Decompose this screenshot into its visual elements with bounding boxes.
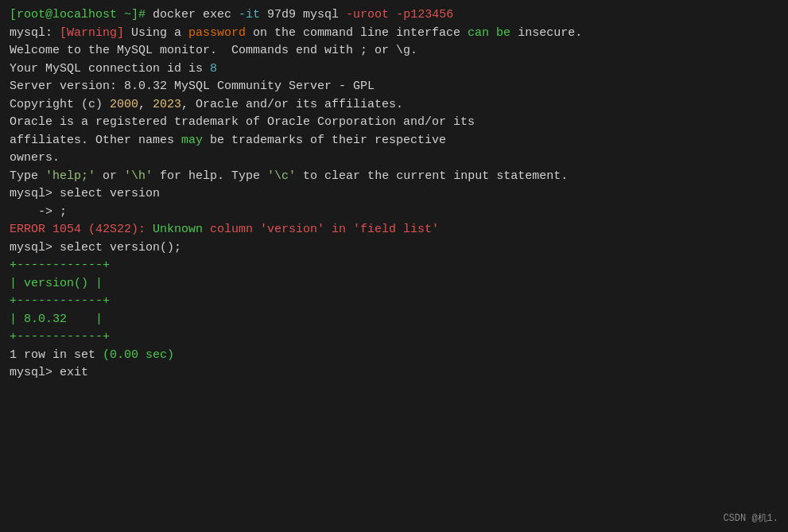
- type-line: Type 'help;' or '\h' for help. Type '\c'…: [10, 168, 778, 186]
- error-line: ERROR 1054 (42S22): Unknown column 'vers…: [10, 221, 778, 239]
- warning-line: mysql: [Warning] Using a password on the…: [10, 25, 778, 43]
- connid-line: Your MySQL connection id is 8: [10, 60, 778, 79]
- arrow-line: -> ;: [10, 204, 778, 222]
- table-bot: +------------+: [10, 328, 778, 347]
- table-sep: +------------+: [10, 293, 778, 311]
- terminal[interactable]: [root@localhost ~]# docker exec -it 97d9…: [0, 0, 788, 532]
- table-val: | 8.0.32 |: [10, 311, 778, 329]
- copyright-line: Copyright (c) 2000, 2023, Oracle and/or …: [10, 96, 778, 115]
- watermark: CSDN @机1.: [723, 511, 778, 526]
- table-header: | version() |: [10, 275, 778, 293]
- oracle-line2: affiliates. Other names may be trademark…: [10, 132, 778, 150]
- oracle-line1: Oracle is a registered trademark of Orac…: [10, 114, 778, 132]
- welcome-line: Welcome to the MySQL monitor. Commands e…: [10, 42, 778, 60]
- version-line: Server version: 8.0.32 MySQL Community S…: [10, 78, 778, 96]
- cmd-line: [root@localhost ~]# docker exec -it 97d9…: [10, 6, 778, 25]
- terminal-output: [root@localhost ~]# docker exec -it 97d9…: [10, 6, 778, 382]
- select-version2-line: mysql> select version();: [10, 239, 778, 258]
- select-version-line: mysql> select version: [10, 185, 778, 204]
- table-top: +------------+: [10, 257, 778, 275]
- rowcount-line: 1 row in set (0.00 sec): [10, 347, 778, 365]
- oracle-line3: owners.: [10, 150, 778, 168]
- exit-line: mysql> exit: [10, 364, 778, 382]
